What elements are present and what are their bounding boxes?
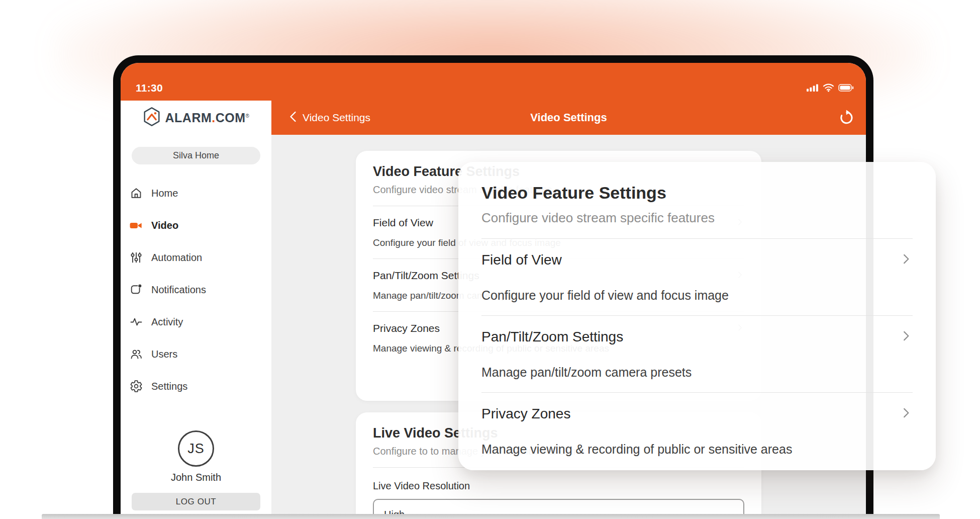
sidebar: ALARM.COM® Silva Home Home: [121, 101, 271, 519]
row-title: Field of View: [481, 252, 562, 268]
logo-dot: .: [212, 111, 215, 125]
sidebar-item-users[interactable]: Users: [121, 338, 271, 370]
overlay-title: Video Feature Settings: [481, 183, 913, 203]
sidebar-item-automation[interactable]: Automation: [121, 241, 271, 274]
alarm-com-logo: ALARM.COM®: [121, 101, 271, 135]
users-icon: [129, 348, 143, 361]
nav-bar: Video Settings Video Settings: [271, 101, 866, 135]
status-icons: [807, 83, 854, 94]
privacy-zones-row[interactable]: Privacy Zones: [481, 406, 913, 422]
user-name: John Smith: [121, 472, 271, 483]
sidebar-item-activity[interactable]: Activity: [121, 306, 271, 338]
divider: [481, 315, 913, 316]
cellular-signal-icon: [807, 83, 819, 94]
sidebar-item-label: Home: [151, 188, 178, 199]
divider: [481, 392, 913, 393]
sidebar-item-notifications[interactable]: Notifications: [121, 274, 271, 306]
sidebar-item-label: Notifications: [151, 284, 206, 296]
base-strip: [42, 514, 940, 519]
row-description: Manage pan/tilt/zoom camera presets: [481, 365, 913, 380]
status-time: 11:30: [136, 82, 163, 94]
sidebar-item-label: Activity: [151, 316, 183, 328]
account-selector[interactable]: Silva Home: [132, 147, 260, 164]
logout-button[interactable]: LOG OUT: [132, 493, 260, 510]
status-bar: 11:30: [121, 63, 866, 101]
page-title: Video Settings: [271, 101, 866, 135]
refresh-icon[interactable]: [838, 109, 855, 126]
row-title: Field of View: [373, 217, 433, 229]
battery-icon: [838, 84, 854, 94]
avatar[interactable]: JS: [178, 430, 214, 467]
registered-mark: ®: [246, 113, 250, 118]
notification-square-icon: [129, 283, 143, 297]
avatar-initials: JS: [187, 441, 205, 457]
row-description: Manage viewing & recording of public or …: [481, 442, 913, 457]
field-of-view-row[interactable]: Field of View: [481, 252, 913, 268]
logo-wordmark: ALARM.COM®: [165, 111, 250, 125]
activity-pulse-icon: [129, 315, 143, 329]
row-description: Configure your field of view and focus i…: [481, 288, 913, 303]
page: 11:30: [0, 0, 980, 519]
account-name: Silva Home: [173, 150, 219, 161]
chevron-right-icon: [900, 252, 913, 268]
wifi-icon: [823, 83, 834, 94]
sidebar-item-video[interactable]: Video: [121, 209, 271, 241]
row-title: Privacy Zones: [373, 322, 440, 334]
row-title: Pan/Tilt/Zoom Settings: [481, 329, 623, 345]
sidebar-item-label: Video: [151, 220, 178, 231]
sliders-icon: [129, 251, 143, 265]
chevron-right-icon: [900, 329, 913, 344]
video-feature-settings-overlay: Video Feature Settings Configure video s…: [458, 162, 936, 470]
sidebar-item-settings[interactable]: Settings: [121, 370, 271, 402]
sidebar-item-label: Automation: [151, 252, 202, 264]
row-title: Privacy Zones: [481, 406, 570, 422]
resolution-label: Live Video Resolution: [373, 480, 744, 492]
divider: [481, 238, 913, 239]
video-camera-icon: [129, 219, 143, 232]
chevron-right-icon: [900, 406, 913, 421]
sidebar-item-home[interactable]: Home: [121, 177, 271, 209]
sidebar-item-label: Settings: [151, 381, 187, 392]
alarm-hexagon-icon: [143, 107, 161, 129]
sidebar-item-label: Users: [151, 349, 177, 360]
home-icon: [129, 187, 143, 200]
gear-icon: [129, 380, 143, 393]
pan-tilt-zoom-row[interactable]: Pan/Tilt/Zoom Settings: [481, 329, 913, 345]
overlay-subtitle: Configure video stream specific features: [481, 210, 913, 226]
sidebar-menu: Home Video Automation: [121, 177, 271, 402]
